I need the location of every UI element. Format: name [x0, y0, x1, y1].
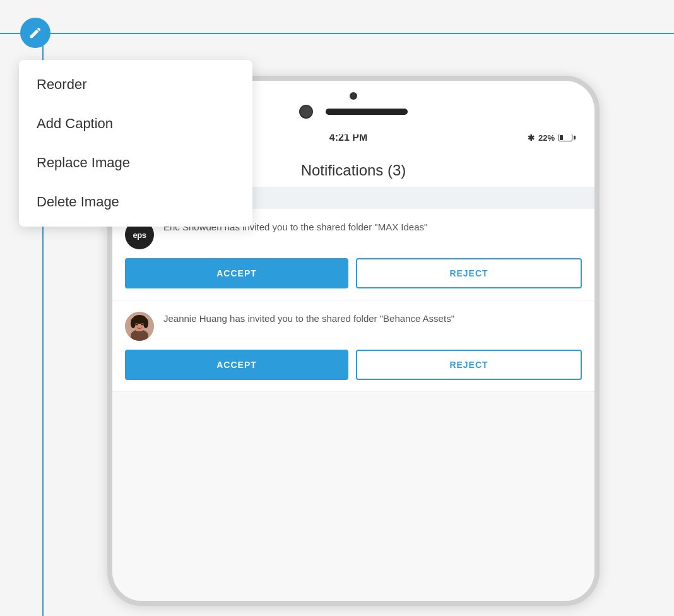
menu-item-delete-image[interactable]: Delete Image: [19, 182, 252, 222]
power-button: [597, 157, 600, 188]
reject-button-eric[interactable]: REJECT: [356, 258, 582, 288]
reject-button-jeannie[interactable]: REJECT: [356, 350, 582, 380]
accept-button-jeannie[interactable]: ACCEPT: [125, 350, 348, 380]
notif-text-jeannie: Jeannie Huang has invited you to the sha…: [163, 312, 582, 326]
svg-point-5: [143, 318, 148, 328]
battery-icon: [559, 134, 576, 141]
menu-item-reorder[interactable]: Reorder: [19, 65, 252, 104]
notif-buttons-jeannie: ACCEPT REJECT: [125, 350, 582, 380]
notification-item-jeannie: Jeannie Huang has invited you to the sha…: [112, 300, 594, 392]
svg-point-7: [141, 324, 143, 326]
menu-item-add-caption[interactable]: Add Caption: [19, 104, 252, 143]
top-line: [0, 33, 674, 34]
context-menu: Reorder Add Caption Replace Image Delete…: [19, 60, 252, 227]
speaker-grille: [326, 109, 408, 115]
svg-point-4: [131, 318, 136, 328]
accept-button-eric[interactable]: ACCEPT: [125, 258, 348, 288]
front-camera: [299, 105, 313, 119]
speaker-area: [299, 105, 408, 119]
menu-item-replace-image[interactable]: Replace Image: [19, 143, 252, 182]
notif-buttons-eric: ACCEPT REJECT: [125, 258, 582, 288]
edit-button[interactable]: [20, 18, 50, 48]
svg-point-6: [136, 324, 138, 326]
pencil-icon: [28, 26, 42, 40]
camera-dot: [350, 92, 357, 100]
avatar-jeannie: [125, 312, 154, 341]
